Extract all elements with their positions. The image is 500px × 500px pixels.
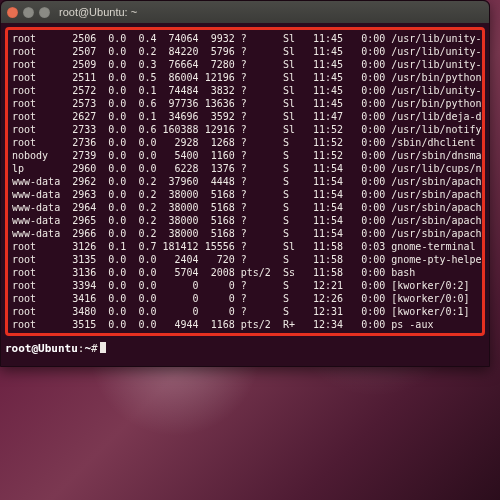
window-title: root@Ubuntu: ~ [59,6,137,18]
ps-output-highlight: root 2506 0.0 0.4 74064 9932 ? Sl 11:45 … [5,27,485,336]
terminal-body[interactable]: root 2506 0.0 0.4 74064 9932 ? Sl 11:45 … [5,27,485,362]
shell-prompt[interactable]: root@Ubuntu:~# [5,342,485,355]
titlebar[interactable]: root@Ubuntu: ~ [1,1,489,23]
terminal-window[interactable]: root@Ubuntu: ~ root 2506 0.0 0.4 74064 9… [0,0,490,367]
close-icon[interactable] [7,7,18,18]
prompt-user-host: root@Ubuntu [5,342,78,355]
cursor-icon [100,342,106,353]
minimize-icon[interactable] [23,7,34,18]
maximize-icon[interactable] [39,7,50,18]
ps-output: root 2506 0.0 0.4 74064 9932 ? Sl 11:45 … [12,32,480,331]
